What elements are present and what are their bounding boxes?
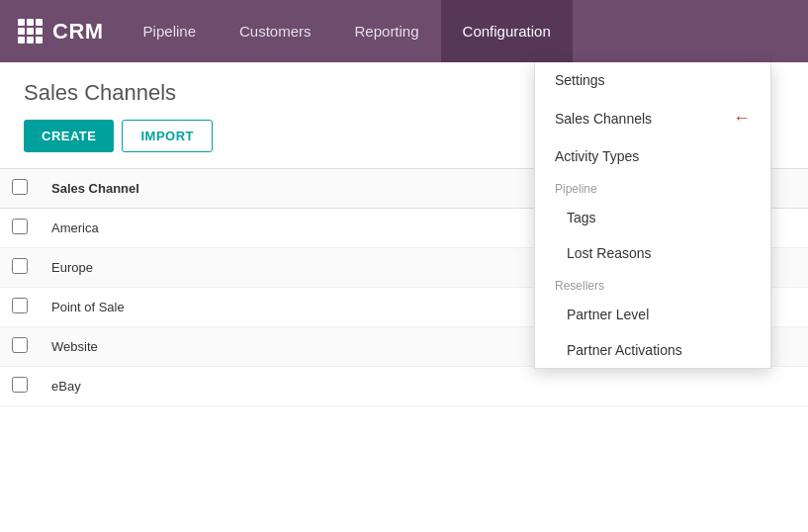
nav-item-customers[interactable]: Customers [218, 0, 333, 62]
dropdown-item-tags[interactable]: Tags [535, 200, 770, 235]
nav-item-pipeline[interactable]: Pipeline [122, 0, 218, 62]
row-checkbox-cell[interactable] [0, 209, 40, 248]
dropdown-section-pipeline-section: Pipeline [535, 174, 770, 200]
row-checkbox-cell[interactable] [0, 327, 40, 367]
dropdown-item-activity-types[interactable]: Activity Types [535, 138, 770, 174]
row-checkbox[interactable] [12, 258, 28, 274]
row-checkbox-cell[interactable] [0, 367, 40, 406]
app-brand: CRM [52, 19, 104, 44]
table-row: eBay [0, 367, 808, 406]
dropdown-section-resellers-section: Resellers [535, 271, 770, 297]
dropdown-item-settings[interactable]: Settings [535, 62, 770, 98]
nav-item-reporting[interactable]: Reporting [333, 0, 441, 62]
dropdown-item-sales-channels[interactable]: Sales Channels← [535, 98, 770, 138]
select-all-header[interactable] [0, 169, 40, 209]
row-name: eBay [40, 367, 808, 406]
top-navigation: CRM Pipeline Customers Reporting Configu… [0, 0, 808, 62]
nav-item-configuration[interactable]: Configuration [441, 0, 573, 62]
row-checkbox[interactable] [12, 298, 28, 313]
logo-area: CRM [0, 19, 122, 44]
configuration-dropdown: SettingsSales Channels←Activity TypesPip… [534, 62, 771, 369]
import-button[interactable]: IMPORT [122, 120, 213, 152]
main-content: Sales Channels CREATE IMPORT Sales Chann… [0, 62, 808, 532]
create-button[interactable]: CREATE [24, 120, 114, 152]
row-checkbox-cell[interactable] [0, 248, 40, 288]
dropdown-item-lost-reasons[interactable]: Lost Reasons [535, 235, 770, 271]
nav-items: Pipeline Customers Reporting Configurati… [122, 0, 573, 62]
row-checkbox[interactable] [12, 337, 28, 353]
dropdown-item-partner-level[interactable]: Partner Level [535, 297, 770, 332]
apps-icon[interactable] [18, 19, 43, 44]
row-checkbox[interactable] [12, 377, 28, 393]
dropdown-item-partner-activations[interactable]: Partner Activations [535, 332, 770, 368]
active-arrow-icon: ← [733, 108, 751, 129]
select-all-checkbox[interactable] [12, 179, 28, 195]
row-checkbox-cell[interactable] [0, 288, 40, 327]
row-checkbox[interactable] [12, 219, 28, 234]
